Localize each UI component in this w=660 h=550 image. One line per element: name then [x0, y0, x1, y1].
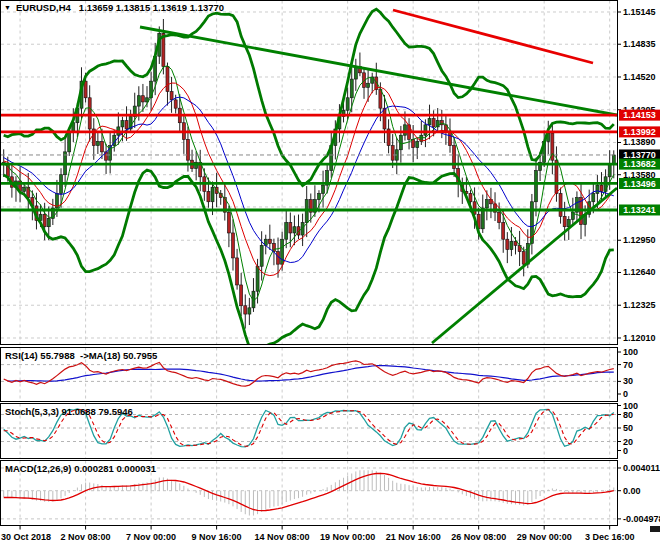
svg-text:30: 30	[623, 376, 633, 386]
candlesticks	[2, 19, 615, 329]
svg-text:26 Nov 08:00: 26 Nov 08:00	[451, 532, 506, 542]
svg-text:0: 0	[623, 446, 628, 456]
rsi-pane	[1, 348, 617, 402]
svg-text:1.12640: 1.12640	[623, 267, 656, 277]
trendline[interactable]	[140, 27, 617, 115]
svg-text:1.12010: 1.12010	[623, 333, 656, 343]
svg-text:2 Nov 08:00: 2 Nov 08:00	[61, 532, 111, 542]
svg-text:80: 80	[623, 410, 633, 420]
svg-text:1.14835: 1.14835	[623, 39, 656, 49]
pane-border	[1, 1, 618, 345]
pane-border	[1, 404, 618, 459]
axis-corner-gripper	[650, 526, 660, 532]
time-axis[interactable]: 30 Oct 20182 Nov 08:007 Nov 00:009 Nov 1…	[1, 526, 660, 542]
svg-text:1.12325: 1.12325	[623, 300, 656, 310]
svg-text:9 Nov 16:00: 9 Nov 16:00	[192, 532, 242, 542]
stoch-pane	[1, 404, 617, 459]
svg-text:21 Nov 16:00: 21 Nov 16:00	[386, 532, 441, 542]
svg-text:14 Nov 08:00: 14 Nov 08:00	[255, 532, 310, 542]
svg-text:1.13496: 1.13496	[623, 179, 656, 189]
macd-pane	[1, 461, 617, 526]
svg-text:-0.004978: -0.004978	[623, 514, 660, 524]
pane-border	[1, 461, 618, 526]
svg-text:50: 50	[623, 423, 633, 433]
svg-text:19 Nov 00:00: 19 Nov 00:00	[320, 532, 375, 542]
main-grid	[1, 1, 617, 345]
svg-text:70: 70	[623, 360, 633, 370]
svg-text:1.13241: 1.13241	[623, 205, 656, 215]
svg-text:0: 0	[623, 389, 628, 399]
svg-text:1.13890: 1.13890	[623, 137, 656, 147]
svg-text:1.14520: 1.14520	[623, 72, 656, 82]
svg-text:1.12950: 1.12950	[623, 235, 656, 245]
svg-text:30 Oct 2018: 30 Oct 2018	[1, 532, 51, 542]
trendline[interactable]	[393, 10, 593, 63]
svg-text:1.13682: 1.13682	[623, 159, 656, 169]
ma-bollinger-overlays	[4, 9, 614, 353]
svg-text:1.14153: 1.14153	[623, 110, 656, 120]
svg-text:29 Nov 00:00: 29 Nov 00:00	[517, 532, 572, 542]
svg-text:100: 100	[623, 347, 638, 357]
chart-window: 1.151451.148351.145201.142051.138901.135…	[0, 0, 660, 550]
symbol-dropdown-icon[interactable]: ▼	[4, 4, 11, 11]
svg-text:3 Dec 16:00: 3 Dec 16:00	[585, 532, 635, 542]
price-axis[interactable]: 1.151451.148351.145201.142051.138901.135…	[618, 7, 660, 524]
svg-text:0.00: 0.00	[623, 486, 641, 496]
chart-objects[interactable]	[1, 10, 617, 343]
svg-text:1.13992: 1.13992	[623, 127, 656, 137]
svg-text:0.004011: 0.004011	[623, 463, 660, 473]
price-chart-canvas[interactable]: 1.151451.148351.145201.142051.138901.135…	[0, 0, 660, 550]
svg-text:7 Nov 00:00: 7 Nov 00:00	[126, 532, 176, 542]
price-badges: 1.141531.139921.137701.136821.134961.132…	[619, 110, 660, 216]
svg-text:1.15145: 1.15145	[623, 7, 656, 17]
